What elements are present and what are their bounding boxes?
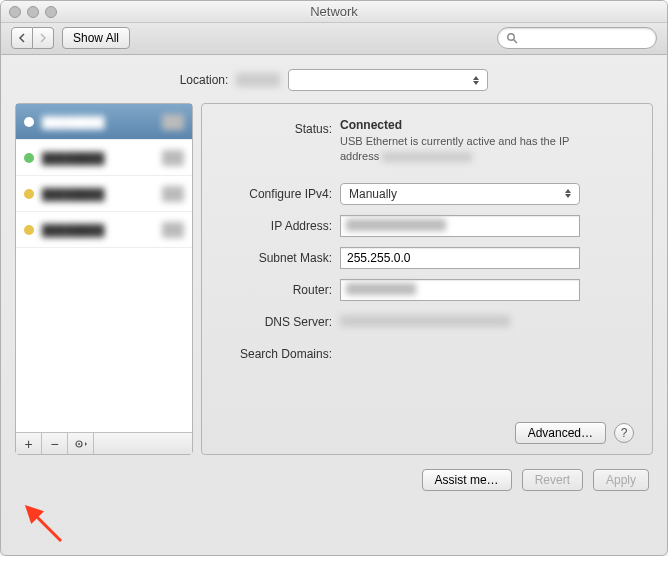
network-preferences-window: Network Show All Location: — [0, 0, 668, 556]
interface-icon — [162, 150, 184, 166]
subnet-mask-label: Subnet Mask: — [220, 247, 332, 265]
status-ip-blurred — [382, 152, 472, 162]
assist-me-button[interactable]: Assist me… — [422, 469, 512, 491]
search-input[interactable] — [524, 31, 648, 45]
annotation-arrow-icon — [21, 501, 71, 551]
ip-address-label: IP Address: — [220, 215, 332, 233]
location-row: Location: — [1, 55, 667, 99]
status-description: USB Ethernet is currently active and has… — [340, 134, 600, 165]
interface-icon — [162, 114, 184, 130]
apply-button[interactable]: Apply — [593, 469, 649, 491]
sidebar-item-label: ████████ — [42, 116, 154, 128]
location-select[interactable] — [288, 69, 488, 91]
traffic-lights — [9, 6, 57, 18]
panel-footer: Advanced… ? — [220, 422, 634, 444]
toolbar: Show All — [1, 23, 667, 55]
chevron-left-icon — [18, 33, 26, 43]
location-label: Location: — [180, 73, 229, 87]
revert-button[interactable]: Revert — [522, 469, 583, 491]
status-label: Status: — [220, 118, 332, 136]
status-dot-icon — [24, 117, 34, 127]
configure-label: Configure IPv4: — [220, 183, 332, 201]
sidebar-item[interactable]: ████████ — [16, 212, 192, 248]
advanced-button[interactable]: Advanced… — [515, 422, 606, 444]
sidebar-item-label: ████████ — [42, 224, 154, 236]
zoom-window-button[interactable] — [45, 6, 57, 18]
dns-server-label: DNS Server: — [220, 311, 332, 329]
dns-value-blurred — [340, 315, 510, 327]
search-domains-row: Search Domains: — [220, 343, 634, 361]
help-button[interactable]: ? — [614, 423, 634, 443]
search-field[interactable] — [497, 27, 657, 49]
subnet-mask-input[interactable] — [340, 247, 580, 269]
add-service-button[interactable]: + — [16, 433, 42, 454]
details-panel: Status: Connected USB Ethernet is curren… — [201, 103, 653, 455]
status-dot-icon — [24, 225, 34, 235]
sidebar-item-label: ████████ — [42, 152, 154, 164]
configure-row: Configure IPv4: Manually — [220, 183, 634, 205]
sidebar-item[interactable]: ████████ — [16, 140, 192, 176]
gear-icon — [73, 438, 89, 450]
help-icon: ? — [621, 426, 628, 440]
mask-row: Subnet Mask: — [220, 247, 634, 269]
interface-icon — [162, 222, 184, 238]
svg-point-0 — [508, 33, 514, 39]
status-row: Status: Connected USB Ethernet is curren… — [220, 118, 634, 165]
svg-point-3 — [78, 443, 80, 445]
configure-ipv4-select[interactable]: Manually — [340, 183, 580, 205]
chevron-right-icon — [39, 33, 47, 43]
svg-line-1 — [514, 39, 518, 43]
service-actions-button[interactable] — [68, 433, 94, 454]
dns-row: DNS Server: — [220, 311, 634, 333]
close-window-button[interactable] — [9, 6, 21, 18]
router-value-blurred — [346, 283, 416, 295]
status-dot-icon — [24, 189, 34, 199]
window-title: Network — [9, 4, 659, 19]
svg-line-4 — [27, 507, 61, 541]
content-split: ████████ ████████ ████████ ████████ — [1, 99, 667, 455]
select-arrows-icon — [469, 73, 483, 87]
sidebar-footer: + − — [16, 432, 192, 454]
interface-icon — [162, 186, 184, 202]
configure-ipv4-value: Manually — [349, 187, 397, 201]
router-label: Router: — [220, 279, 332, 297]
status-value: Connected — [340, 118, 600, 132]
plus-icon: + — [24, 436, 32, 452]
bottom-button-bar: Assist me… Revert Apply — [1, 455, 667, 491]
status-dot-icon — [24, 153, 34, 163]
select-arrows-icon — [561, 187, 575, 201]
ip-value-blurred — [346, 219, 446, 231]
sidebar-item[interactable]: ████████ — [16, 176, 192, 212]
back-button[interactable] — [11, 27, 33, 49]
search-domains-label: Search Domains: — [220, 343, 332, 361]
show-all-button[interactable]: Show All — [62, 27, 130, 49]
sidebar-item[interactable]: ████████ — [16, 104, 192, 140]
minus-icon: − — [50, 436, 58, 452]
location-name-blurred — [236, 73, 280, 87]
nav-segment — [11, 27, 54, 49]
services-sidebar: ████████ ████████ ████████ ████████ — [15, 103, 193, 455]
search-icon — [506, 32, 518, 44]
sidebar-item-label: ████████ — [42, 188, 154, 200]
titlebar: Network — [1, 1, 667, 23]
router-row: Router: — [220, 279, 634, 301]
remove-service-button[interactable]: − — [42, 433, 68, 454]
ip-row: IP Address: — [220, 215, 634, 237]
forward-button[interactable] — [33, 27, 54, 49]
services-list: ████████ ████████ ████████ ████████ — [16, 104, 192, 432]
minimize-window-button[interactable] — [27, 6, 39, 18]
